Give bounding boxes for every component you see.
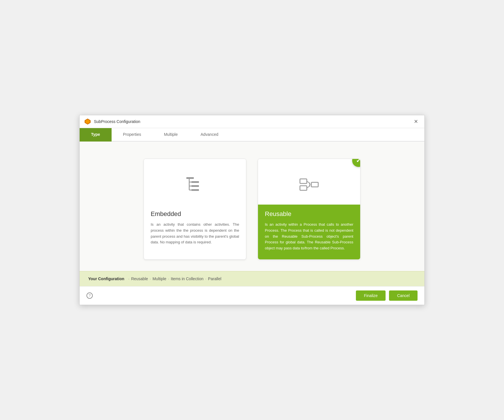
embedded-card-body: Embedded Is an activity that contains ot…	[144, 205, 246, 253]
reusable-card-body: Reusable Is an activity within a Process…	[258, 205, 360, 259]
tab-properties[interactable]: Properties	[112, 128, 153, 142]
close-button[interactable]: ✕	[412, 118, 420, 125]
title-bar: SubProcess Configuration ✕	[80, 115, 424, 128]
config-item-collection: Items in Collection	[171, 276, 203, 281]
sep-1: ·	[128, 276, 130, 281]
tab-type[interactable]: Type	[80, 128, 112, 142]
reusable-description: Is an activity within a Process that cal…	[265, 222, 353, 251]
reusable-icon	[298, 173, 320, 196]
config-item-multiple: Multiple	[152, 276, 166, 281]
help-button[interactable]: ?	[86, 292, 93, 299]
reusable-title: Reusable	[265, 210, 353, 218]
svg-rect-4	[191, 185, 199, 187]
svg-rect-2	[186, 177, 194, 179]
embedded-title: Embedded	[151, 210, 239, 218]
footer-buttons: Finalize Cancel	[356, 290, 418, 301]
main-window: SubProcess Configuration ✕ Type Properti…	[79, 115, 425, 305]
embedded-description: Is an activity that contains other activ…	[151, 222, 239, 245]
finalize-button[interactable]: Finalize	[356, 290, 386, 301]
config-item-parallel: Parallel	[208, 276, 221, 281]
svg-rect-12	[311, 182, 318, 187]
cancel-button[interactable]: Cancel	[389, 290, 418, 301]
sep-2: ·	[150, 276, 151, 281]
svg-rect-5	[191, 189, 199, 191]
main-content: Embedded Is an activity that contains ot…	[80, 142, 424, 271]
tab-multiple[interactable]: Multiple	[152, 128, 189, 142]
tabs-container: Type Properties Multiple Advanced	[80, 128, 424, 142]
app-icon	[84, 118, 91, 125]
window-title: SubProcess Configuration	[94, 119, 140, 124]
embedded-icon	[184, 173, 206, 196]
card-embedded[interactable]: Embedded Is an activity that contains ot…	[144, 159, 246, 260]
sep-4: ·	[205, 276, 206, 281]
svg-line-13	[307, 181, 310, 183]
svg-rect-10	[300, 179, 307, 183]
title-bar-left: SubProcess Configuration	[84, 118, 140, 125]
reusable-icon-area	[258, 159, 360, 205]
footer: ? Finalize Cancel	[80, 286, 424, 305]
embedded-icon-area	[144, 159, 246, 205]
config-item-reusable: Reusable	[131, 276, 148, 281]
svg-rect-11	[300, 186, 307, 190]
svg-rect-3	[191, 181, 199, 183]
config-label: Your Configuration	[88, 276, 124, 281]
card-reusable[interactable]: ✓ Reusable Is an activity within a Proce…	[258, 159, 360, 260]
sep-3: ·	[168, 276, 169, 281]
config-bar: Your Configuration · Reusable · Multiple…	[80, 271, 424, 286]
svg-line-14	[307, 186, 310, 188]
tab-advanced[interactable]: Advanced	[189, 128, 230, 142]
